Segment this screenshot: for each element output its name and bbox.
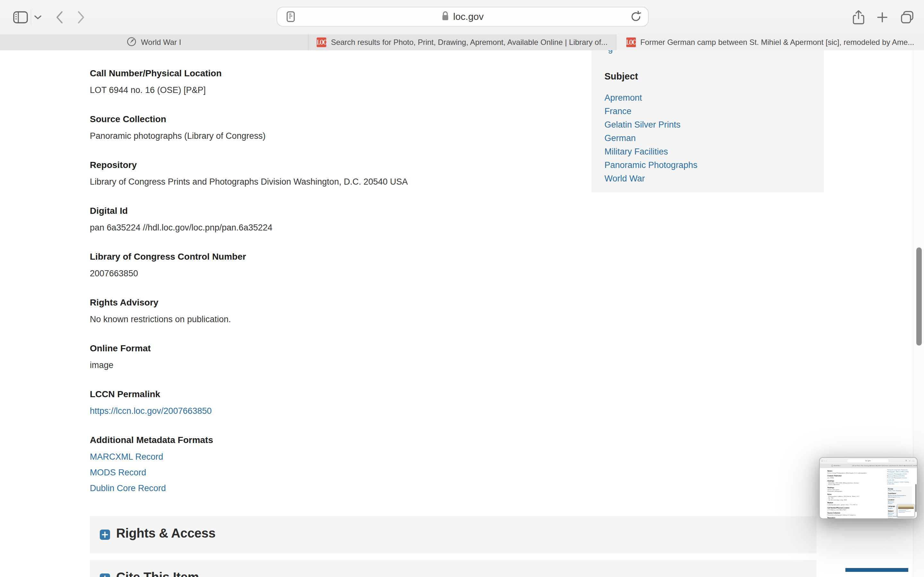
metadata-format-link[interactable]: MODS Record (90, 467, 539, 478)
panorama-photo (898, 506, 914, 509)
subject-panel: g Subject ApremontFranceGelatin Silver P… (591, 50, 824, 192)
tab-world-war-i[interactable]: World War I (0, 34, 308, 50)
metadata-field-lccn-permalink: LCCN Permalink https://lccn.loc.gov/2007… (90, 389, 539, 416)
expand-plus-icon[interactable] (100, 574, 110, 577)
pip-sidebar-group: Format Photo, Print, Drawing (888, 488, 911, 492)
safari-window: loc.gov World War I LOC Search results f… (0, 0, 924, 577)
pip-nav-icons: ▢ ‹ › (821, 460, 827, 462)
subject-link[interactable]: German (604, 133, 698, 143)
metadata-field-additional-formats: Additional Metadata Formats MARCXML Reco… (90, 435, 539, 494)
back-icon[interactable] (51, 0, 67, 34)
pip-sidebar-group: Contributor Schutz Group Photographers (… (888, 493, 911, 498)
tab-label: World War I (141, 38, 181, 47)
field-value: image (90, 359, 539, 371)
subject-link[interactable]: Panoramic Photographs (604, 160, 698, 171)
metadata-field: Library of Congress Control Number 20076… (90, 251, 539, 279)
field-value: pan 6a35224 //hdl.loc.gov/loc.pnp/pan.6a… (90, 222, 539, 233)
subject-link[interactable]: Apremont (604, 92, 698, 103)
cite-this-item-section[interactable]: Cite This Item (90, 560, 817, 577)
tab-search-results[interactable]: LOC Search results for Photo, Print, Dra… (308, 34, 616, 50)
pip-tab: Former German camp between St. Mihiel & … (885, 464, 917, 468)
pip-field: Call Number/Physical Location LOT 6944 n… (827, 507, 879, 511)
metadata-field: Digital Id pan 6a35224 //hdl.loc.gov/loc… (90, 205, 539, 233)
field-value: Library of Congress Prints and Photograp… (90, 176, 539, 187)
pip-field: Notes - Photographer's address: 613 14th… (827, 494, 879, 501)
share-icon[interactable] (850, 0, 867, 34)
pip-sidebar-group: Location ApremontFrance (888, 499, 911, 504)
toolbar-divider (31, 10, 31, 24)
pip-field: Headings Gelatin silver prints.Panoramic… (827, 487, 879, 492)
pip-field: Repository Library of Congress Prints an… (827, 517, 879, 518)
page-content: Call Number/Physical Location LOT 6944 n… (0, 50, 924, 577)
field-value: Panoramic photographs (Library of Congre… (90, 131, 539, 141)
metadata-field: Rights Advisory No known restrictions on… (90, 297, 539, 325)
field-label: Online Format (90, 343, 539, 354)
field-label: Library of Congress Control Number (90, 251, 539, 262)
pip-field: Created / Published [ca. 1918] (827, 475, 879, 479)
new-tab-icon[interactable] (873, 0, 891, 34)
page-footer-edge (845, 568, 908, 572)
pip-tab: World War I (820, 464, 852, 468)
pip-tab-bar: World War I Search results for Photo, Pr… (820, 464, 917, 468)
lccn-permalink-link[interactable]: https://lccn.loc.gov/2007663850 (90, 406, 212, 416)
loc-favicon: LOC (626, 37, 636, 47)
tab-label: Former German camp between St. Mihiel & … (640, 38, 914, 47)
pip-tab: Search results for Photo, Print, Drawing… (852, 464, 885, 468)
pip-page-body: Names Schutz Group Photographers (Washin… (820, 468, 917, 518)
field-label: Additional Metadata Formats (90, 435, 539, 446)
page-preview-thumbnail[interactable]: ▢ ‹ › loc.gov ⬆ + ▢ World War I Search r… (819, 457, 918, 519)
pip-field: Source Collection Panoramic photographs … (827, 512, 879, 516)
sidebar-toggle-icon[interactable] (11, 0, 29, 34)
url-text: loc.gov (453, 11, 483, 22)
tab-label: Search results for Photo, Print, Drawing… (331, 38, 607, 47)
expand-plus-icon[interactable] (100, 530, 110, 540)
pip-scrollbar-thumb (916, 484, 917, 512)
metadata-format-link[interactable]: Dublin Core Record (90, 483, 539, 494)
metadata-field-list: Call Number/Physical Location LOT 6944 n… (90, 68, 539, 506)
section-title: Cite This Item (116, 570, 199, 577)
address-bar[interactable]: loc.gov (276, 7, 649, 27)
field-label: Call Number/Physical Location (90, 68, 539, 79)
field-value: 2007663850 (90, 268, 539, 279)
field-label: LCCN Permalink (90, 389, 539, 400)
tab-overview-icon[interactable] (898, 0, 917, 34)
field-label: Rights Advisory (90, 297, 539, 308)
scrollbar-thumb[interactable] (916, 247, 922, 346)
pip-photo-thumbnail (897, 504, 915, 517)
subject-link[interactable]: France (604, 106, 698, 117)
pen-circle-favicon (831, 465, 833, 466)
chevron-down-icon[interactable] (32, 0, 44, 34)
section-title: Rights & Access (116, 526, 216, 540)
field-label: Source Collection (90, 114, 539, 125)
metadata-field: Call Number/Physical Location LOT 6944 n… (90, 68, 539, 95)
subject-link[interactable]: World War (604, 173, 698, 184)
browser-toolbar: loc.gov (0, 0, 924, 34)
address-bar-center: loc.gov (277, 7, 648, 26)
pip-field: Names Schutz Group Photographers (Washin… (827, 470, 879, 474)
tab-bar: World War I LOC Search results for Photo… (0, 34, 924, 51)
forward-icon[interactable] (73, 0, 89, 34)
field-label: Digital Id (90, 205, 539, 216)
metadata-format-link[interactable]: MARCXML Record (90, 451, 539, 462)
subject-heading: Subject (604, 71, 638, 82)
pip-field: Medium 1 photographic print : gelatin si… (827, 502, 879, 506)
field-label: Repository (90, 160, 539, 171)
metadata-field: Source Collection Panoramic photographs … (90, 114, 539, 141)
loc-favicon: LOC (317, 37, 326, 47)
pip-toolbar-right-icons: ⬆ + ▢ (905, 459, 915, 462)
field-value: LOT 6944 no. 16 (OSE) [P&P] (90, 85, 539, 95)
reload-icon[interactable] (627, 7, 645, 26)
clipped-link-fragment: g (608, 50, 613, 54)
metadata-field: Repository Library of Congress Prints an… (90, 160, 539, 187)
metadata-field: Online Format image (90, 343, 539, 371)
pip-toolbar: ▢ ‹ › loc.gov ⬆ + ▢ (820, 458, 917, 464)
subject-link[interactable]: Gelatin Silver Prints (604, 119, 698, 130)
subject-link[interactable]: Military Facilities (604, 146, 698, 157)
pip-address-bar: loc.gov (847, 459, 889, 463)
pen-circle-favicon (127, 37, 136, 48)
lock-icon (441, 11, 449, 23)
pip-field: Headings - World War, 1914-1918--Militar… (827, 480, 879, 486)
tab-former-german-camp[interactable]: LOC Former German camp between St. Mihie… (616, 34, 924, 50)
rights-access-section[interactable]: Rights & Access (90, 516, 817, 553)
field-value: No known restrictions on publication. (90, 314, 539, 325)
